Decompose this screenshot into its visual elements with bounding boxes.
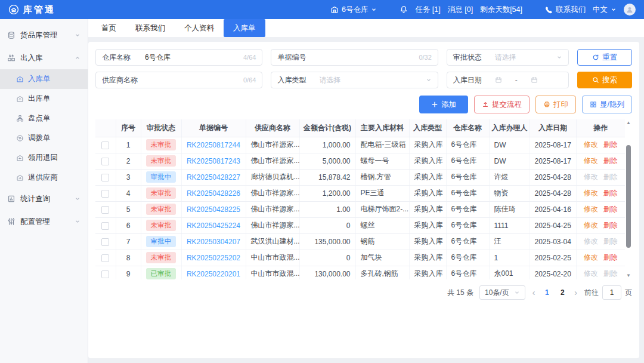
- tasks-link[interactable]: 任务 [1]: [415, 5, 440, 15]
- edit-link[interactable]: 修改: [584, 173, 598, 181]
- search-form: 仓库名称 4/64 单据编号 0/32 审批状态 请选择: [95, 49, 632, 88]
- submit-flow-button[interactable]: 提交流程: [474, 96, 530, 113]
- doc-number-link[interactable]: RK20250425224: [187, 222, 240, 230]
- delete-link[interactable]: 删除: [603, 205, 618, 213]
- inbound-date-range-field[interactable]: 入库日期 -: [447, 72, 569, 88]
- row-checkbox[interactable]: [101, 238, 109, 246]
- doc-number-link[interactable]: RK20250428226: [187, 189, 240, 198]
- delete-link[interactable]: 删除: [603, 221, 618, 229]
- edit-link[interactable]: 修改: [584, 205, 598, 213]
- chevron-down-icon: [556, 54, 562, 60]
- delete-link[interactable]: 删除: [603, 253, 618, 262]
- messages-link[interactable]: 消息 [0]: [448, 5, 473, 15]
- warehouse-cell: 6号仓库: [446, 153, 489, 169]
- doc-number-link[interactable]: RK20250304207: [187, 238, 240, 246]
- inbound-type-cell: 采购入库: [409, 169, 446, 185]
- date-cell: 2025-03-04: [530, 233, 576, 250]
- approval-status-select[interactable]: 审批状态 请选择: [447, 49, 569, 66]
- scroll-up-arrow[interactable]: ▲: [626, 120, 631, 126]
- doc-number-link[interactable]: RK20250220201: [187, 270, 240, 278]
- row-checkbox[interactable]: [101, 206, 109, 214]
- add-button[interactable]: 添加: [419, 96, 468, 113]
- contact-us-link[interactable]: 联系我们: [545, 5, 586, 15]
- row-checkbox[interactable]: [101, 190, 109, 198]
- row-checkbox[interactable]: [101, 222, 109, 230]
- edit-link[interactable]: 修改: [584, 237, 598, 245]
- page-number-1[interactable]: 1: [542, 288, 552, 297]
- print-button[interactable]: 打印: [535, 96, 576, 113]
- inbound-doc-icon: [16, 75, 24, 83]
- header-select: [95, 119, 116, 137]
- chevron-up-icon: [75, 55, 80, 61]
- scrollbar-thumb[interactable]: [626, 145, 631, 248]
- search-button[interactable]: 搜索: [577, 72, 632, 88]
- sidebar-group-stats[interactable]: 统计查询: [0, 187, 88, 210]
- edit-link[interactable]: 修改: [584, 269, 598, 278]
- warehouse-selector[interactable]: 6号仓库: [330, 5, 377, 15]
- page-number-2[interactable]: 2: [558, 288, 567, 297]
- material-cell: 螺丝: [355, 217, 409, 233]
- row-checkbox[interactable]: [101, 174, 109, 182]
- row-checkbox[interactable]: [101, 158, 109, 165]
- amount-cell: 1.00: [299, 201, 355, 217]
- toggle-columns-button[interactable]: 显/隐列: [582, 96, 632, 113]
- supplier-cell: 佛山市祥源家...: [246, 217, 299, 233]
- status-badge: 未审批: [146, 204, 177, 215]
- doc-number-link[interactable]: RK20250817243: [187, 157, 240, 165]
- delete-link[interactable]: 删除: [603, 237, 618, 245]
- sidebar-item-transfer-order[interactable]: 调拨单: [0, 128, 88, 148]
- inbound-type-cell: 采购入库: [409, 233, 446, 250]
- doc-number-link[interactable]: RK20250817244: [187, 141, 240, 149]
- page-size-select[interactable]: 10条/页: [479, 285, 525, 300]
- sidebar-group-inout[interactable]: 出入库: [0, 47, 88, 69]
- row-checkbox[interactable]: [101, 254, 109, 262]
- warehouse-cell: 6号仓库: [446, 137, 489, 153]
- goto-page-input[interactable]: [602, 285, 621, 300]
- row-checkbox[interactable]: [101, 141, 109, 149]
- tab-profile[interactable]: 个人资料: [175, 19, 224, 37]
- next-page-button[interactable]: ›: [573, 288, 578, 297]
- tab-inbound-order[interactable]: 入库单: [224, 19, 265, 37]
- doc-number-input[interactable]: [319, 53, 414, 62]
- inbound-type-cell: 采购入库: [409, 217, 446, 233]
- row-index: 7: [116, 233, 141, 250]
- inbound-type-select[interactable]: 入库类型 请选择: [271, 72, 438, 88]
- tab-contact[interactable]: 联系我们: [126, 19, 175, 37]
- warehouse-name-field: 仓库名称 4/64: [95, 49, 262, 66]
- reset-button[interactable]: 重置: [577, 49, 632, 66]
- supplier-name-input[interactable]: [144, 75, 239, 85]
- logo-icon: [8, 4, 19, 15]
- edit-link[interactable]: 修改: [584, 253, 598, 262]
- doc-number-link[interactable]: RK20250225202: [187, 254, 240, 262]
- user-avatar[interactable]: [624, 4, 636, 16]
- doc-number-link[interactable]: RK20250428225: [187, 205, 240, 214]
- edit-link[interactable]: 修改: [584, 140, 598, 149]
- sidebar-group-settings[interactable]: 配置管理: [0, 210, 88, 233]
- delete-link[interactable]: 删除: [603, 189, 618, 197]
- edit-link[interactable]: 修改: [584, 189, 598, 197]
- warehouse-name-input[interactable]: [144, 53, 239, 62]
- delete-link[interactable]: 删除: [603, 140, 618, 149]
- delete-link[interactable]: 删除: [603, 269, 618, 278]
- delete-link[interactable]: 删除: [603, 173, 618, 181]
- row-checkbox[interactable]: [101, 270, 109, 278]
- supplier-name-field: 供应商名称 0/64: [95, 72, 262, 88]
- sidebar-item-inbound-order[interactable]: 入库单: [0, 69, 88, 89]
- date-range-separator: -: [515, 76, 518, 84]
- prev-page-button[interactable]: ‹: [531, 288, 537, 297]
- sidebar-item-stocktake-order[interactable]: 盘点单: [0, 109, 88, 128]
- table-row: 9 已审批 RK20250220201 中山市市政混... 130,000.00…: [95, 266, 625, 279]
- sidebar-group-goods[interactable]: 货品库管理: [0, 24, 88, 47]
- notifications-bell[interactable]: [400, 5, 408, 14]
- edit-link[interactable]: 修改: [584, 221, 598, 229]
- language-selector[interactable]: 中文: [593, 5, 617, 15]
- scroll-down-arrow[interactable]: ▼: [626, 273, 631, 279]
- delete-link[interactable]: 删除: [603, 156, 618, 165]
- edit-link[interactable]: 修改: [584, 156, 598, 165]
- doc-number-link[interactable]: RK20250428227: [187, 173, 240, 182]
- sidebar-item-requisition-return[interactable]: 领用退回: [0, 148, 88, 168]
- scrollbar-track[interactable]: [626, 126, 631, 273]
- sidebar-item-outbound-order[interactable]: 出库单: [0, 89, 88, 109]
- tab-home[interactable]: 首页: [92, 19, 126, 37]
- sidebar-item-return-supplier[interactable]: 退供应商: [0, 168, 88, 187]
